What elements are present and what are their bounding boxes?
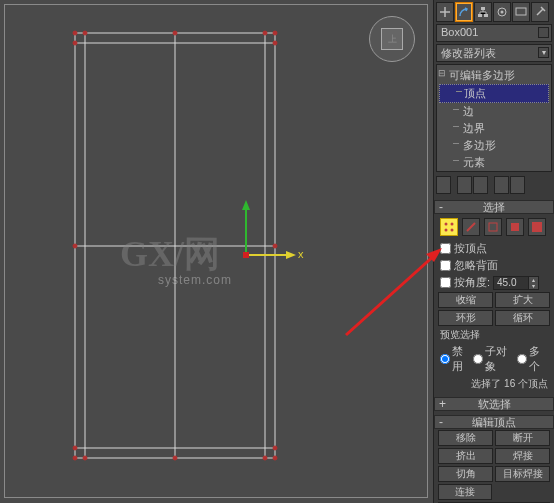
expand-button[interactable]: 扩大 <box>495 292 550 308</box>
svg-point-22 <box>83 456 87 460</box>
viewcube-face[interactable]: 上 <box>381 28 403 50</box>
svg-rect-44 <box>511 223 519 231</box>
svg-rect-37 <box>516 8 526 15</box>
loop-button[interactable]: 循环 <box>495 310 550 326</box>
svg-point-19 <box>73 446 77 450</box>
by-vertex-checkbox[interactable] <box>440 243 451 254</box>
stack-root[interactable]: 可编辑多边形 <box>437 67 551 84</box>
extrude-button[interactable]: 挤出 <box>438 448 493 464</box>
polygon-mode-button[interactable] <box>506 218 524 236</box>
svg-point-24 <box>263 456 267 460</box>
svg-point-11 <box>83 31 87 35</box>
svg-point-40 <box>445 229 448 232</box>
preview-label: 预览选择 <box>434 327 554 343</box>
svg-point-20 <box>273 446 277 450</box>
by-angle-checkbox[interactable] <box>440 277 451 288</box>
svg-point-10 <box>73 31 77 35</box>
rollout-soft-selection[interactable]: + 软选择 <box>434 397 554 411</box>
svg-point-21 <box>73 456 77 460</box>
hierarchy-tab[interactable] <box>474 2 492 22</box>
wireframe-object[interactable] <box>60 18 290 473</box>
svg-point-12 <box>173 31 177 35</box>
subobj-element[interactable]: 元素 <box>437 154 551 171</box>
svg-line-42 <box>467 223 475 231</box>
subobj-polygon[interactable]: 多边形 <box>437 137 551 154</box>
svg-point-41 <box>451 229 454 232</box>
svg-rect-43 <box>489 223 497 231</box>
svg-point-16 <box>273 41 277 45</box>
rollout-selection[interactable]: - 选择 <box>434 200 554 214</box>
svg-point-15 <box>73 41 77 45</box>
show-end-result-icon[interactable] <box>457 176 472 194</box>
svg-point-23 <box>173 456 177 460</box>
svg-point-39 <box>451 223 454 226</box>
remove-button[interactable]: 移除 <box>438 430 493 446</box>
shrink-button[interactable]: 收缩 <box>438 292 493 308</box>
connect-button[interactable]: 连接 <box>438 484 492 500</box>
modify-tab[interactable] <box>455 2 473 22</box>
svg-point-18 <box>273 244 277 248</box>
svg-rect-45 <box>532 222 542 232</box>
break-button[interactable]: 断开 <box>495 430 550 446</box>
svg-point-17 <box>73 244 77 248</box>
object-name-text: Box001 <box>441 26 478 38</box>
ring-button[interactable]: 环形 <box>438 310 493 326</box>
modifier-list-dropdown[interactable]: 修改器列表 ▾ <box>436 44 552 62</box>
target-weld-button[interactable]: 目标焊接 <box>495 466 550 482</box>
viewcube[interactable]: 上 <box>369 16 415 62</box>
border-mode-button[interactable] <box>484 218 502 236</box>
svg-point-25 <box>273 456 277 460</box>
ignore-backface-label: 忽略背面 <box>454 258 498 273</box>
display-tab[interactable] <box>512 2 530 22</box>
by-vertex-label: 按顶点 <box>454 241 487 256</box>
subobj-vertex[interactable]: 顶点 <box>439 84 549 103</box>
object-name-field[interactable]: Box001 <box>436 24 552 42</box>
svg-rect-33 <box>478 14 482 17</box>
command-panel-tabs <box>434 0 554 22</box>
motion-tab[interactable] <box>493 2 511 22</box>
stack-tools <box>436 176 552 196</box>
minus-icon: - <box>439 201 443 213</box>
make-unique-icon[interactable] <box>473 176 488 194</box>
ignore-backface-checkbox[interactable] <box>440 260 451 271</box>
svg-rect-34 <box>484 14 488 17</box>
modifier-list-label: 修改器列表 <box>441 47 496 59</box>
preview-off-radio[interactable] <box>440 354 450 364</box>
command-panel: Box001 修改器列表 ▾ 可编辑多边形 顶点 边 边界 多边形 元素 - 选… <box>433 0 554 503</box>
svg-point-38 <box>445 223 448 226</box>
remove-modifier-icon[interactable] <box>494 176 509 194</box>
chevron-down-icon: ▾ <box>538 47 549 58</box>
svg-point-14 <box>273 31 277 35</box>
rollout-edit-vertices[interactable]: - 编辑顶点 <box>434 415 554 429</box>
weld-button[interactable]: 焊接 <box>495 448 550 464</box>
minus-icon: - <box>439 416 443 428</box>
modifier-stack[interactable]: 可编辑多边形 顶点 边 边界 多边形 元素 <box>436 64 552 172</box>
subobject-buttons <box>434 214 554 240</box>
subobj-edge[interactable]: 边 <box>437 103 551 120</box>
svg-rect-32 <box>481 7 485 10</box>
chamfer-button[interactable]: 切角 <box>438 466 493 482</box>
preview-subobj-radio[interactable] <box>473 354 483 364</box>
vertex-mode-button[interactable] <box>440 218 458 236</box>
element-mode-button[interactable] <box>528 218 546 236</box>
subobj-border[interactable]: 边界 <box>437 120 551 137</box>
by-angle-label: 按角度: <box>454 275 490 290</box>
angle-spinner[interactable]: 45.0▴▾ <box>493 276 539 290</box>
svg-point-36 <box>501 11 504 14</box>
svg-point-13 <box>263 31 267 35</box>
color-swatch[interactable] <box>538 27 549 38</box>
create-tab[interactable] <box>436 2 454 22</box>
edge-mode-button[interactable] <box>462 218 480 236</box>
configure-sets-icon[interactable] <box>510 176 525 194</box>
preview-multi-radio[interactable] <box>517 354 527 364</box>
utilities-tab[interactable] <box>531 2 549 22</box>
plus-icon: + <box>439 398 446 410</box>
pin-stack-icon[interactable] <box>436 176 451 194</box>
selection-status: 选择了 16 个顶点 <box>434 375 554 393</box>
